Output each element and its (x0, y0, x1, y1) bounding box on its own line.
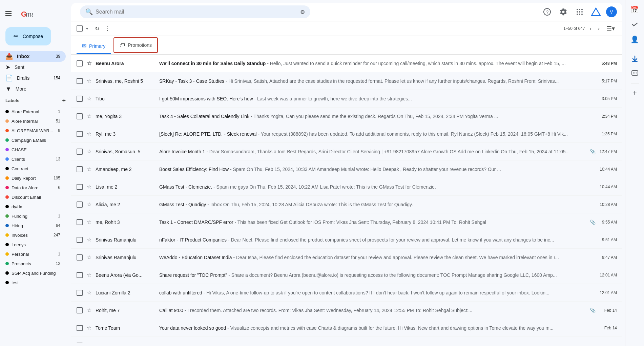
email-row[interactable]: ☆ Lisa, me 2 GMass Test - Clemenzie. - S… (71, 178, 622, 196)
sidebar-label-discount-email[interactable]: Discount Email (0, 192, 66, 202)
email-star[interactable]: ☆ (85, 341, 93, 343)
email-row[interactable]: ☆ Ryl, me 3 [Sleek] Re: ALORE PTE. LTD. … (71, 125, 622, 143)
email-star[interactable]: ☆ (85, 182, 93, 191)
sidebar-label-invoices[interactable]: Invoices 247 (0, 230, 66, 240)
email-checkbox[interactable] (77, 149, 83, 155)
email-checkbox[interactable] (77, 96, 83, 102)
email-row[interactable]: ☆ Alicia, me 2 GMass Test - Quadigy - In… (71, 196, 622, 213)
notification-icon[interactable] (590, 6, 602, 18)
sidebar-label-leenys[interactable]: Leenys (0, 240, 66, 249)
sidebar-item-drafts[interactable]: 📄 Drafts 154 (0, 73, 66, 83)
search-input[interactable] (96, 9, 297, 15)
email-checkbox[interactable] (77, 343, 83, 344)
sidebar-label-data-for-alore[interactable]: Data for Alore 6 (0, 183, 66, 192)
apps-button[interactable] (574, 6, 586, 18)
sidebar-label-prospects[interactable]: Prospects 12 (0, 259, 66, 268)
hamburger-menu[interactable] (3, 8, 14, 19)
email-row[interactable]: ☆ Luciani Zorrilla 2 collab with unfilte… (71, 284, 622, 302)
email-row[interactable]: ☆ Srinivas, me, Roshni 5 SRKay - Task 3 … (71, 72, 622, 90)
sidebar-label-contract[interactable]: Contract (0, 164, 66, 173)
refresh-button[interactable]: ↻ (93, 23, 101, 34)
sidebar-label-alore-external[interactable]: Alore External 1 (0, 107, 66, 116)
sidebar-item-inbox[interactable]: 📥 Inbox 39 (0, 51, 66, 62)
select-dropdown-chevron[interactable]: ▼ (85, 27, 89, 31)
email-checkbox[interactable] (77, 325, 83, 331)
email-star[interactable]: ☆ (85, 270, 93, 280)
user-avatar[interactable]: V (606, 6, 617, 17)
sidebar-label-daily-report[interactable]: Daily Report 195 (0, 173, 66, 183)
email-star[interactable]: ☆ (85, 112, 93, 121)
email-row[interactable]: ☆ me, Rohit 3 Task 1 - Correct DMARC/SPF… (71, 213, 622, 231)
settings-button[interactable] (557, 6, 569, 18)
email-star[interactable]: ☆ (85, 306, 93, 315)
email-checkbox[interactable] (77, 290, 83, 296)
sidebar-label-clients[interactable]: Clients 13 (0, 154, 66, 164)
sidebar-item-sent[interactable]: ➤ Sent (0, 62, 66, 73)
email-checkbox[interactable] (77, 237, 83, 243)
email-row[interactable]: ☆ Amandeep, me 2 Boost Sales Efficiency:… (71, 160, 622, 178)
right-panel-contacts[interactable]: 👤 (628, 33, 642, 46)
email-checkbox[interactable] (77, 166, 83, 172)
more-options-button[interactable]: ⋮ (103, 23, 113, 34)
sidebar-label-chase[interactable]: CHASE (0, 145, 66, 154)
sidebar-label-campaign-emails[interactable]: Campaign EMails (0, 135, 66, 145)
email-star[interactable]: ☆ (85, 288, 93, 297)
email-checkbox[interactable] (77, 272, 83, 278)
tab-promotions[interactable]: 🏷 Promotions (113, 37, 158, 53)
email-checkbox[interactable] (77, 307, 83, 313)
email-checkbox[interactable] (77, 184, 83, 190)
email-row[interactable]: ☆ Tome Team Your data never looked so go… (71, 319, 622, 337)
help-button[interactable]: ? (541, 6, 553, 18)
compose-button[interactable]: ✏ Compose (5, 27, 51, 45)
sidebar-label-test[interactable]: test (0, 278, 66, 287)
email-star[interactable]: ☆ (85, 217, 93, 227)
select-all-checkbox[interactable] (77, 25, 83, 32)
email-row[interactable]: ☆ Beenu Arora We'll connect in 30 min fo… (71, 55, 622, 72)
right-panel-calendar[interactable]: 📅 (628, 3, 642, 16)
sidebar-label-funding[interactable]: Funding 1 (0, 211, 66, 221)
email-row[interactable]: ☆ Srinivas Ramanjulu nFaktor - IT Produc… (71, 231, 622, 249)
pagination-prev[interactable]: ‹ (588, 24, 594, 33)
email-star[interactable]: ☆ (85, 147, 93, 156)
add-label-button[interactable]: + (62, 97, 66, 104)
sidebar-label-aloreemailwar[interactable]: ALOREEMAILWAR... 9 (0, 126, 66, 135)
sidebar-label-sgp[interactable]: SGP, Acq and Funding (0, 268, 66, 278)
email-star[interactable]: ☆ (85, 253, 93, 262)
email-star[interactable]: ☆ (85, 235, 93, 244)
search-bar[interactable]: 🔍 ⚙ (80, 5, 310, 18)
email-row[interactable]: ☆ me, Yogita 3 Task 4 - Sales Collateral… (71, 108, 622, 125)
email-row[interactable]: ☆ Tibo I got 50M impressions with SEO. H… (71, 90, 622, 108)
sidebar-label-personal[interactable]: Personal 1 (0, 249, 66, 259)
right-panel-chat[interactable] (628, 67, 642, 80)
email-row[interactable]: ☆ Srinivas, Somasun. 5 Alore Invoice Mon… (71, 143, 622, 160)
view-toggle-button[interactable]: ☰▾ (604, 23, 617, 34)
email-row[interactable]: ☆ Beenu Arora (via Go... Share request f… (71, 266, 622, 284)
sidebar-item-more[interactable]: ▼ More (0, 83, 66, 94)
email-checkbox[interactable] (77, 60, 83, 66)
pagination-next[interactable]: › (596, 24, 602, 33)
email-checkbox[interactable] (77, 131, 83, 137)
email-star[interactable]: ☆ (85, 165, 93, 174)
email-star[interactable]: ☆ (85, 76, 93, 85)
email-row[interactable]: ☆ Rohit, me 7 Call at 9:00 - I recorded … (71, 302, 622, 319)
email-checkbox[interactable] (77, 201, 83, 208)
right-panel-tasks[interactable] (628, 18, 642, 31)
email-checkbox[interactable] (77, 254, 83, 261)
email-row[interactable]: ☆ me, Kush 9 Regarding Kishore / SEO - H… (71, 337, 622, 343)
filter-icon[interactable]: ⚙ (300, 9, 305, 15)
email-checkbox[interactable] (77, 219, 83, 225)
tab-primary[interactable]: ✉ Primary (77, 39, 111, 54)
email-checkbox[interactable] (77, 78, 83, 84)
email-checkbox[interactable] (77, 113, 83, 119)
email-star[interactable]: ☆ (85, 94, 93, 103)
email-star[interactable]: ☆ (85, 200, 93, 209)
email-star[interactable]: ☆ (85, 323, 93, 332)
sidebar-label-hiring[interactable]: Hiring 64 (0, 221, 66, 230)
right-panel-add[interactable]: + (628, 86, 642, 100)
email-star[interactable]: ☆ (85, 129, 93, 138)
email-star[interactable]: ☆ (85, 59, 93, 68)
email-row[interactable]: ☆ Srinivas Ramanjulu WeAddo - Education … (71, 249, 622, 266)
right-panel-download[interactable] (628, 52, 642, 65)
sidebar-label-dyldx[interactable]: dy/dx (0, 202, 66, 211)
sidebar-label-alore-internal[interactable]: Alore Internal 51 (0, 116, 66, 126)
